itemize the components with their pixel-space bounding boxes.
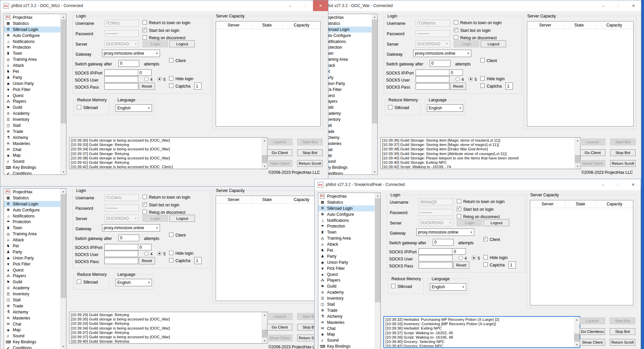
column-header-state[interactable]: State: [563, 21, 595, 29]
stop-bot-button[interactable]: Stop Bot: [610, 149, 636, 156]
client-checkbox[interactable]: [480, 58, 485, 62]
scroll-down-icon[interactable]: ▼: [61, 169, 66, 174]
socks-ip-input[interactable]: [104, 244, 138, 250]
maximize-button[interactable]: □: [610, 179, 626, 190]
scrollbar-thumb[interactable]: [372, 19, 377, 123]
client-checkbox[interactable]: [169, 58, 173, 62]
gateway-dropdown[interactable]: proxy.mmostore.online▼: [416, 229, 474, 236]
sidebar-item-players[interactable]: ⁂Players: [4, 273, 61, 279]
client-checkbox[interactable]: [483, 237, 488, 241]
log-scrollbar[interactable]: ▲ ▼: [262, 312, 267, 343]
socks-ip-input[interactable]: [419, 248, 452, 255]
sidebar-item-map[interactable]: ◈Map: [318, 331, 375, 337]
sidebar-item-quest[interactable]: ♠Quest: [318, 271, 375, 278]
relog-on-disconnect-checkbox[interactable]: [143, 210, 147, 214]
sidebar-item-guild[interactable]: ⚑Guild: [318, 283, 375, 289]
sidebar-item-sound[interactable]: ♬Sound: [318, 337, 375, 343]
sidebar-item-notifications[interactable]: ♫Notifications: [318, 217, 375, 223]
password-field[interactable]: ••••••••: [104, 30, 139, 37]
password-field[interactable]: ••••••••: [419, 209, 453, 216]
sidebar-item-stall[interactable]: ◫Stall: [318, 301, 375, 307]
hide-login-checkbox[interactable]: [483, 255, 488, 259]
scrollbar-thumb[interactable]: [61, 194, 66, 298]
sidebar-item-pet[interactable]: ♞Pet: [318, 247, 375, 253]
column-header-state[interactable]: State: [252, 21, 283, 29]
column-header-server[interactable]: Server: [216, 21, 252, 29]
socks4-radio[interactable]: [144, 77, 149, 81]
sidebar-item-town[interactable]: ♜Town: [4, 225, 61, 231]
logout-button[interactable]: Logout: [169, 40, 195, 47]
start-bot-on-login-checkbox[interactable]: [457, 207, 461, 211]
socks-user-input[interactable]: [416, 76, 449, 83]
sidebar-item-attack[interactable]: ⚔Attack: [4, 237, 61, 243]
switch-gateway-input[interactable]: 0: [118, 60, 139, 67]
sidebar-item-projecthax[interactable]: PxProjectHax: [318, 193, 375, 199]
sidebar-item-players[interactable]: ⁂Players: [4, 98, 61, 104]
sidebar-item-guild[interactable]: ⚑Guild: [4, 279, 61, 285]
sidebar-item-trade[interactable]: ⊕Trade: [4, 129, 61, 135]
captcha-checkbox[interactable]: [169, 258, 173, 262]
return-scroll-button[interactable]: Return Scroll: [610, 160, 636, 167]
username-field[interactable]: iTzWarrior: [416, 20, 450, 27]
silkroad-reduce-memory-checkbox[interactable]: [77, 105, 81, 109]
relog-on-disconnect-checkbox[interactable]: [454, 35, 458, 40]
sidebar-scrollbar[interactable]: ▲ ▼: [372, 14, 377, 174]
sidebar-item-pet[interactable]: ♞Pet: [4, 68, 61, 74]
toggle-client-button[interactable]: Show Client: [580, 339, 605, 346]
scroll-down-icon[interactable]: ▼: [262, 338, 267, 343]
scroll-up-icon[interactable]: ▲: [375, 193, 380, 198]
reset-button[interactable]: Reset: [139, 257, 155, 264]
sidebar-item-chat[interactable]: ✉Chat: [4, 147, 61, 153]
sidebar-item-pet[interactable]: ♞Pet: [4, 243, 61, 249]
password-field[interactable]: ••••••••: [104, 205, 139, 211]
socks-port-input[interactable]: 0: [452, 248, 466, 255]
close-button[interactable]: ✕: [626, 0, 641, 11]
sidebar-item-trade[interactable]: ⊕Trade: [4, 303, 61, 309]
column-header-server[interactable]: Server: [530, 200, 565, 208]
silkroad-reduce-memory-checkbox[interactable]: [391, 284, 395, 288]
scrollbar-thumb[interactable]: [61, 19, 66, 123]
socks-pass-input[interactable]: [416, 83, 449, 90]
sidebar-scrollbar[interactable]: ▲ ▼: [60, 14, 66, 174]
minimize-button[interactable]: –: [283, 0, 298, 11]
launch-button[interactable]: Launch: [580, 139, 605, 145]
scroll-up-icon[interactable]: ▲: [574, 317, 580, 322]
log-output[interactable]: [10:39:29] Guild Storage: Retrying[10:39…: [69, 312, 268, 344]
title-bar[interactable]: Px phBot v27.3.2 - SneakAndPeak - Connec…: [315, 179, 641, 190]
socks-user-input[interactable]: [104, 251, 138, 257]
socks-ip-input[interactable]: [416, 69, 449, 76]
login-button[interactable]: Login: [457, 219, 482, 226]
sidebar-item-pick-filter[interactable]: ▼Pick Filter: [4, 261, 61, 267]
sidebar-item-auto-configure[interactable]: ☸Auto Configure: [318, 211, 375, 217]
sidebar-item-auto-configure[interactable]: ☸Auto Configure: [4, 207, 61, 213]
sidebar-item-stall[interactable]: ◫Stall: [4, 122, 61, 129]
sidebar-item-training-area[interactable]: ◎Training Area: [4, 56, 61, 62]
sidebar-item-alchemy[interactable]: ⚗Alchemy: [318, 313, 375, 319]
close-button[interactable]: ✕: [313, 0, 328, 11]
socks4-radio[interactable]: [144, 251, 149, 256]
hide-login-checkbox[interactable]: [480, 76, 485, 81]
scroll-up-icon[interactable]: ▲: [575, 138, 580, 143]
silkroad-reduce-memory-checkbox[interactable]: [77, 280, 81, 284]
start-bot-button[interactable]: Start Bot: [297, 139, 323, 145]
socks-pass-input[interactable]: [104, 258, 138, 264]
sidebar-item-masteries[interactable]: ≋Masteries: [4, 141, 61, 147]
socks-ip-input[interactable]: [104, 69, 138, 76]
sidebar-item-protection[interactable]: ☂Protection: [4, 44, 61, 50]
column-header-server[interactable]: Server: [527, 21, 563, 29]
maximize-button[interactable]: □: [611, 0, 626, 11]
sidebar-item-party[interactable]: ♟Party: [4, 74, 61, 81]
sidebar-item-notifications[interactable]: ♫Notifications: [4, 39, 61, 45]
login-button[interactable]: Login: [143, 215, 168, 222]
sidebar-item-conditions[interactable]: ✔Conditions: [4, 345, 61, 349]
return-to-town-checkbox[interactable]: [143, 195, 147, 199]
password-field[interactable]: ••••••••: [416, 30, 450, 37]
sidebar-item-training-area[interactable]: ◎Training Area: [318, 235, 375, 241]
scroll-up-icon[interactable]: ▲: [61, 189, 66, 194]
return-scroll-button[interactable]: Return Scroll: [610, 339, 635, 346]
scroll-up-icon[interactable]: ▲: [262, 138, 267, 143]
scrollbar-thumb[interactable]: [575, 155, 580, 163]
sidebar-item-chat[interactable]: ✉Chat: [4, 321, 61, 327]
client-checkbox[interactable]: [169, 233, 173, 237]
sidebar-item-key-bindings[interactable]: ⌨Key Bindings: [4, 164, 61, 170]
